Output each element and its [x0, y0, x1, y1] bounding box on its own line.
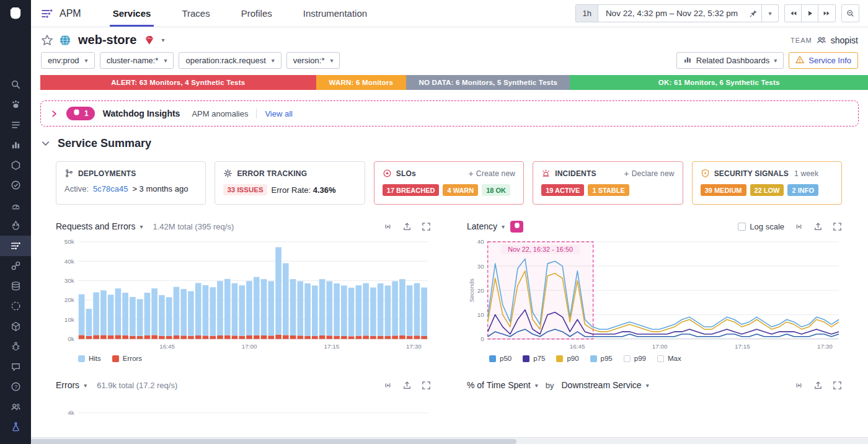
sidebar-item-monitors[interactable]: [0, 175, 31, 196]
filter-pill[interactable]: version:*▾: [286, 52, 340, 69]
fullscreen-icon[interactable]: [422, 222, 431, 231]
pin-icon[interactable]: [745, 5, 761, 22]
sidebar-item-watchdog[interactable]: [0, 95, 31, 115]
skip-forward-button[interactable]: [818, 5, 835, 22]
legend-item-errors[interactable]: Errors: [112, 355, 142, 362]
export-icon[interactable]: [402, 381, 412, 390]
tab-profiles[interactable]: Profiles: [226, 0, 288, 27]
watchdog-anomaly-icon[interactable]: [510, 221, 523, 233]
issues-badge[interactable]: 33 ISSUES: [223, 184, 267, 195]
sidebar-item-ci-pipelines[interactable]: [0, 296, 31, 317]
fullscreen-icon[interactable]: [422, 381, 431, 390]
deployment-version-link[interactable]: 5c78ca45: [93, 184, 128, 193]
time-range-picker[interactable]: 1h Nov 22, 4:32 pm – Nov 22, 5:32 pm ▾: [575, 4, 779, 22]
watchdog-insights-banner[interactable]: 1 Watchdog Insights APM anomalies View a…: [40, 100, 859, 127]
datadog-logo[interactable]: [0, 0, 31, 29]
sidebar-item-log-explorer[interactable]: [0, 115, 31, 135]
scrollbar-thumb[interactable]: [31, 439, 516, 444]
play-button[interactable]: [802, 5, 818, 22]
status-badge[interactable]: 22 LOW: [750, 184, 784, 196]
status-badge[interactable]: 2 INFO: [787, 184, 818, 196]
security-signals-card[interactable]: SECURITY SIGNALS 1 week 39 MEDIUM22 LOW2…: [692, 161, 842, 205]
sidebar-item-events[interactable]: [0, 337, 31, 357]
svg-text:Seconds: Seconds: [468, 278, 475, 303]
sidebar-item-bits-ai[interactable]: [0, 417, 31, 438]
sidebar-item-profiling[interactable]: [0, 216, 31, 236]
status-badge[interactable]: 4 WARN: [443, 184, 478, 196]
sidebar-item-infrastructure[interactable]: [0, 155, 31, 175]
status-badge[interactable]: 19 ACTIVE: [541, 184, 584, 196]
chart-metric-dropdown[interactable]: Latency▾: [467, 221, 505, 231]
create-monitor-icon[interactable]: [794, 222, 804, 231]
fullscreen-icon[interactable]: [833, 222, 842, 231]
zoom-out-button[interactable]: [842, 5, 859, 22]
export-icon[interactable]: [402, 222, 412, 231]
sidebar-item-search[interactable]: [0, 74, 31, 95]
create-monitor-icon[interactable]: [383, 381, 392, 390]
filter-pill[interactable]: cluster-name:*▾: [100, 52, 174, 69]
horizontal-scrollbar[interactable]: [31, 437, 868, 444]
sidebar-item-apm[interactable]: [0, 236, 31, 256]
sidebar-item-organization[interactable]: [0, 397, 31, 417]
service-dropdown-caret[interactable]: ▾: [161, 37, 164, 43]
status-badge[interactable]: 1 STABLE: [588, 184, 629, 196]
status-badge[interactable]: 18 OK: [482, 184, 510, 196]
tab-services[interactable]: Services: [97, 0, 167, 27]
team-name[interactable]: shopist: [831, 35, 858, 45]
log-scale-checkbox[interactable]: Log scale: [738, 222, 784, 231]
fullscreen-icon[interactable]: [833, 381, 842, 390]
deployments-card[interactable]: DEPLOYMENTS Active: 5c78ca45 > 3 months …: [56, 161, 206, 205]
checkbox[interactable]: [738, 223, 746, 231]
latency-chart[interactable]: 01020304016:4517:0017:1517:30Nov 22, 16:…: [467, 236, 842, 353]
error-tracking-card[interactable]: ERROR TRACKING 33 ISSUES Error Rate: 4.3…: [215, 161, 365, 205]
create-monitor-icon[interactable]: [794, 381, 804, 390]
svg-text:0k: 0k: [68, 335, 74, 342]
incidents-card[interactable]: INCIDENTS +Declare new 19 ACTIVE1 STABLE: [533, 161, 683, 205]
create-slo-button[interactable]: +Create new: [468, 169, 515, 178]
declare-incident-button[interactable]: +Declare new: [624, 169, 674, 178]
legend-item-p75[interactable]: p75: [523, 355, 545, 362]
monitor-status-segment[interactable]: OK: 61 Monitors, 6 Synthetic Tests: [570, 75, 868, 90]
view-all-link[interactable]: View all: [265, 109, 293, 118]
group-by-dropdown[interactable]: Downstream Service▾: [561, 380, 649, 390]
service-info-button[interactable]: Service Info: [789, 52, 858, 69]
related-dashboards-button[interactable]: Related Dashboards ▾: [676, 52, 784, 69]
sidebar-item-help[interactable]: ?: [0, 377, 31, 397]
errors-chart[interactable]: 4k: [56, 394, 431, 422]
monitor-status-segment[interactable]: NO DATA: 6 Monitors, 5 Synthetic Tests: [406, 75, 570, 90]
legend-item-max[interactable]: Max: [657, 355, 681, 362]
slos-card[interactable]: SLOs +Create new 17 BREACHED4 WARN18 OK: [374, 161, 524, 205]
chart-metric-dropdown[interactable]: % of Time Spent▾: [467, 380, 538, 390]
sidebar-item-security[interactable]: [0, 316, 31, 337]
legend-item-p99[interactable]: p99: [624, 355, 646, 362]
monitor-status-segment[interactable]: WARN: 6 Monitors: [316, 75, 407, 90]
collapse-chevron-icon[interactable]: [41, 139, 50, 148]
chart-metric-dropdown[interactable]: Errors▾: [56, 380, 87, 390]
time-dropdown-caret[interactable]: ▾: [762, 5, 778, 22]
legend-item-p50[interactable]: p50: [489, 355, 512, 362]
sidebar-item-synthetics[interactable]: [0, 195, 31, 216]
sidebar-item-service-map[interactable]: [0, 256, 31, 277]
time-range-chip[interactable]: 1h: [576, 5, 598, 22]
monitor-status-segment[interactable]: ALERT: 63 Monitors, 4 Synthetic Tests: [40, 75, 316, 90]
chart-metric-dropdown[interactable]: Requests and Errors▾: [56, 221, 143, 231]
export-icon[interactable]: [813, 222, 823, 231]
status-badge[interactable]: 17 BREACHED: [383, 184, 440, 196]
filter-pill[interactable]: env:prod▾: [41, 52, 95, 69]
skip-back-button[interactable]: [785, 5, 802, 22]
legend-item-p95[interactable]: p95: [590, 355, 613, 362]
legend-item-hits[interactable]: Hits: [78, 355, 101, 362]
sidebar-item-databases[interactable]: [0, 276, 31, 296]
tab-instrumentation[interactable]: Instrumentation: [288, 0, 383, 27]
legend-item-p90[interactable]: p90: [556, 355, 578, 362]
create-monitor-icon[interactable]: [383, 222, 392, 231]
export-icon[interactable]: [813, 381, 823, 390]
filter-pill[interactable]: operation:rack.request▾: [179, 52, 281, 69]
sidebar-item-chat[interactable]: [0, 357, 31, 377]
tab-traces[interactable]: Traces: [166, 0, 225, 27]
status-badge[interactable]: 39 MEDIUM: [701, 184, 746, 196]
requests-errors-chart[interactable]: 0k10k20k30k40k50k16:4517:0017:1517:30: [56, 236, 431, 353]
favorite-star-icon[interactable]: [41, 34, 53, 47]
expand-chevron-icon[interactable]: [50, 110, 58, 118]
sidebar-item-metrics[interactable]: [0, 135, 31, 156]
